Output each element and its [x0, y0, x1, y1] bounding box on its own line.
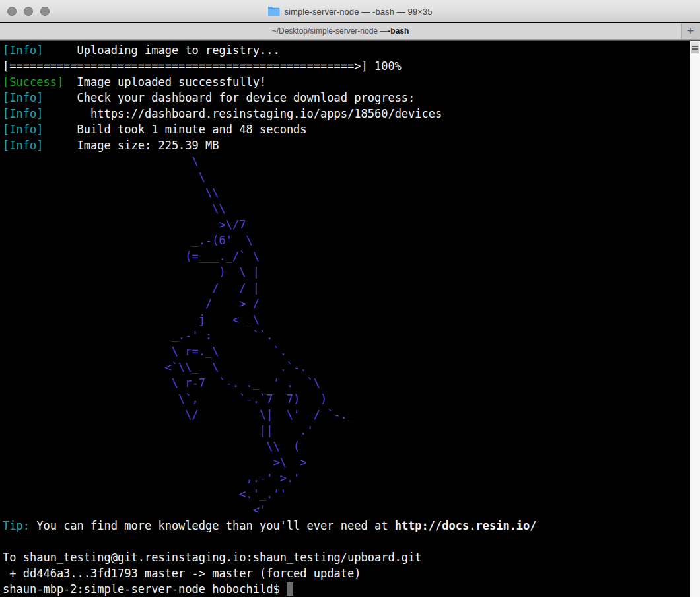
- info-uploading-line: [Info] Uploading image to registry...: [3, 42, 690, 58]
- scrollbar-marker-button[interactable]: [691, 42, 699, 53]
- text-segment: [Info]: [3, 44, 43, 57]
- text-segment: Build took 1 minute and 48 seconds: [43, 123, 306, 136]
- terminal-window: { "window": { "title": "simple-server-no…: [0, 0, 700, 597]
- text-segment: (=___._/` \: [3, 250, 260, 263]
- text-segment: <`\\_ \ .`-.: [3, 361, 307, 374]
- git-push-result-line: + dd446a3...3fd1793 master -> master (fo…: [3, 565, 690, 581]
- text-segment: Image uploaded successfully!: [63, 75, 266, 88]
- info-build-time-line: [Info] Build took 1 minute and 48 second…: [3, 122, 690, 137]
- folder-icon: [267, 6, 280, 17]
- text-segment: Check your dashboard for device download…: [43, 91, 415, 104]
- text-segment: [Success]: [3, 75, 63, 88]
- unicorn-ascii-art-line: \ r-7 `-. ._ ' . `\: [3, 375, 690, 391]
- plus-icon: +: [687, 24, 695, 38]
- text-segment: \\: [3, 186, 219, 199]
- unicorn-ascii-art-line: _.-(6' \: [3, 232, 690, 248]
- text-segment: shaun-mbp-2:simple-server-node hobochild…: [3, 582, 287, 596]
- text-segment: <': [3, 503, 266, 516]
- tab-title-path: ~/Desktop/simple-server-node —: [272, 26, 388, 36]
- unicorn-ascii-art-line: j < _\: [3, 312, 690, 328]
- text-segment: _.-(6' \: [3, 234, 253, 247]
- unicorn-ascii-art-line: >\/7: [3, 217, 690, 232]
- text-segment: http://docs.resin.io/: [395, 519, 537, 532]
- text-segment: [Info]: [3, 123, 43, 136]
- unicorn-ascii-art-line: ,.-' >.': [3, 470, 690, 486]
- tab-title-process: -bash: [388, 26, 409, 36]
- text-segment: + dd446a3...3fd1793 master -> master (fo…: [3, 567, 361, 580]
- text-segment: \: [3, 155, 199, 168]
- new-tab-button[interactable]: +: [682, 23, 700, 39]
- text-segment: [Info]: [3, 139, 43, 152]
- title-bar[interactable]: simple-server-node — -bash — 99×35: [0, 0, 700, 22]
- git-push-remote-line: To shaun_testing@git.resinstaging.io:sha…: [3, 549, 690, 565]
- unicorn-ascii-art-line: || .': [3, 423, 690, 439]
- text-segment: Uploading image to registry...: [43, 44, 279, 57]
- text-segment: [=======================================…: [3, 59, 402, 73]
- terminal-cursor: [287, 582, 293, 596]
- blank-line: [3, 534, 690, 549]
- text-segment: \: [3, 170, 205, 184]
- unicorn-ascii-art-line: \: [3, 169, 690, 185]
- text-segment: \/ \| \' / `-._: [3, 408, 354, 421]
- unicorn-ascii-art-line: \\: [3, 185, 690, 201]
- text-segment: \\ (: [3, 440, 300, 453]
- text-segment: / / |: [3, 281, 260, 295]
- unicorn-ascii-art-line: \\ (: [3, 439, 690, 454]
- unicorn-ascii-art-line: / / |: [3, 280, 690, 296]
- text-segment: >\ >: [3, 456, 307, 469]
- unicorn-ascii-art-line: ) \ |: [3, 264, 690, 280]
- unicorn-ascii-art-line: \`, `-.`7 7) ): [3, 391, 690, 407]
- unicorn-ascii-art-line: _.-' : ``.: [3, 328, 690, 343]
- text-segment: [Info]: [3, 107, 43, 120]
- unicorn-ascii-art-line: \/ \| \' / `-._: [3, 407, 690, 423]
- info-url-line: [Info] https://dashboard.resinstaging.io…: [3, 106, 690, 122]
- text-segment: j < _\: [3, 313, 260, 326]
- text-segment: https://dashboard.resinstaging.io/apps/1…: [43, 107, 442, 120]
- tab-simple-server-node[interactable]: ~/Desktop/simple-server-node — -bash: [0, 23, 682, 39]
- text-segment: ,.-' >.': [3, 472, 300, 485]
- unicorn-ascii-art-line: >\ >: [3, 454, 690, 470]
- text-segment: _.-' : ``.: [3, 329, 273, 342]
- unicorn-ascii-art-line: \ r=._\ `.: [3, 343, 690, 359]
- text-segment: To shaun_testing@git.resinstaging.io:sha…: [3, 551, 422, 564]
- info-image-size-line: [Info] Image size: 225.39 MB: [3, 137, 690, 153]
- text-segment: / > /: [3, 297, 260, 310]
- unicorn-ascii-art-line: / > /: [3, 296, 690, 312]
- text-segment: <.'_.'': [3, 487, 287, 501]
- success-line: [Success] Image uploaded successfully!: [3, 74, 690, 90]
- text-segment: \ r-7 `-. ._ ' . `\: [3, 376, 320, 390]
- terminal-output[interactable]: [Info] Uploading image to registry...[==…: [0, 41, 690, 597]
- progress-bar-line: [=======================================…: [3, 58, 690, 74]
- text-segment: || .': [3, 424, 314, 437]
- text-segment: \ r=._\ `.: [3, 345, 287, 358]
- tip-line: Tip: You can find more knowledge than yo…: [3, 518, 690, 534]
- text-segment: \\: [3, 202, 226, 215]
- unicorn-ascii-art-line: <': [3, 502, 690, 518]
- scrollbar[interactable]: [690, 41, 700, 597]
- text-segment: [Info]: [3, 91, 43, 104]
- text-segment: ) \ |: [3, 265, 260, 279]
- prompt-line: shaun-mbp-2:simple-server-node hobochild…: [3, 581, 690, 597]
- text-segment: \`, `-.`7 7) ): [3, 392, 327, 405]
- window-title: simple-server-node — -bash — 99×35: [284, 7, 432, 17]
- tab-bar: ~/Desktop/simple-server-node — -bash +: [0, 23, 700, 39]
- text-segment: Image size: 225.39 MB: [43, 139, 219, 152]
- unicorn-ascii-art-line: <.'_.'': [3, 486, 690, 502]
- info-dashboard-line: [Info] Check your dashboard for device d…: [3, 90, 690, 106]
- unicorn-ascii-art-line: \: [3, 153, 690, 169]
- unicorn-ascii-art-line: (=___._/` \: [3, 248, 690, 264]
- text-segment: Tip:: [3, 519, 36, 532]
- unicorn-ascii-art-line: <`\\_ \ .`-.: [3, 359, 690, 375]
- text-segment: >\/7: [3, 218, 246, 231]
- unicorn-ascii-art-line: \\: [3, 201, 690, 217]
- text-segment: You can find more knowledge than you'll …: [36, 519, 394, 532]
